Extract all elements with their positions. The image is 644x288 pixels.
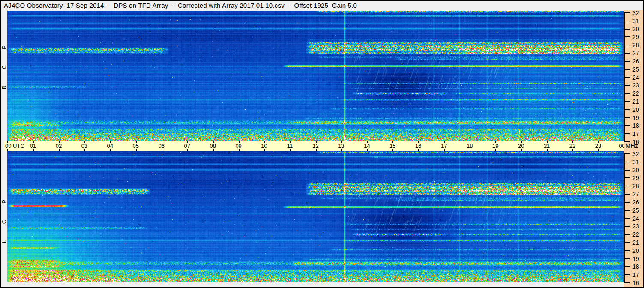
freq-label: 30 — [632, 26, 639, 33]
hour-label: 14 — [364, 143, 370, 149]
freq-tick — [624, 29, 630, 30]
freq-tick — [624, 153, 630, 154]
hour-label: 08 — [210, 143, 216, 149]
hour-label: 07 — [184, 143, 190, 149]
freq-label: 21 — [632, 98, 639, 105]
hour-label: 13 — [338, 143, 344, 149]
freq-label: 29 — [632, 33, 639, 40]
freq-label: 25 — [632, 66, 639, 73]
freq-tick — [624, 266, 630, 267]
hour-label: 18 — [467, 143, 473, 149]
hour-label: 04 — [107, 143, 113, 149]
freq-tick — [624, 109, 630, 110]
freq-tick — [624, 85, 630, 86]
freq-label: 28 — [632, 42, 639, 48]
freq-tick — [624, 250, 630, 251]
hour-label: 16 — [415, 143, 421, 149]
freq-tick — [624, 162, 630, 162]
freq-label: 18 — [632, 263, 639, 270]
hour-label: 10 — [261, 143, 267, 149]
freq-tick — [624, 242, 630, 243]
freq-label: 19 — [632, 255, 639, 262]
freq-tick — [624, 133, 630, 134]
freq-tick — [624, 210, 630, 211]
freq-label: 29 — [632, 174, 639, 181]
freq-label: 16 — [632, 279, 639, 286]
freq-tick — [624, 125, 630, 126]
freq-tick — [624, 45, 630, 45]
freq-tick — [624, 177, 630, 178]
freq-tick — [624, 101, 630, 102]
freq-label: 26 — [632, 199, 639, 206]
freq-tick — [624, 36, 630, 37]
freq-label: 21 — [632, 239, 639, 246]
freq-label: 17 — [632, 271, 639, 278]
freq-label: 17 — [632, 130, 639, 137]
freq-tick — [624, 226, 630, 227]
freq-tick — [624, 93, 630, 94]
hour-label: 06 — [159, 143, 165, 149]
freq-tick — [624, 274, 630, 275]
hour-label: 01 — [30, 143, 36, 149]
freq-tick — [624, 202, 630, 203]
freq-label: 31 — [632, 18, 639, 24]
freq-label: 27 — [632, 191, 639, 198]
freq-label: 26 — [632, 58, 639, 65]
hour-label: 23 — [595, 143, 601, 149]
freq-label: 19 — [632, 114, 639, 121]
freq-tick — [624, 21, 630, 21]
freq-tick — [624, 117, 630, 118]
hour-label: 09 — [235, 143, 241, 149]
spectrogram-lcp — [7, 151, 624, 282]
freq-label: 25 — [632, 207, 639, 214]
mhz-unit-label: MHz — [626, 142, 638, 149]
freq-tick — [624, 12, 630, 13]
freq-label: 22 — [632, 231, 639, 238]
freq-tick — [624, 218, 630, 219]
panel-label-letter: R — [1, 84, 7, 90]
freq-tick — [624, 186, 630, 186]
freq-label: 18 — [632, 122, 639, 129]
frequency-axis: 3231302928272625242322212019181716323130… — [624, 10, 643, 287]
hour-label: 11 — [287, 143, 293, 149]
freq-tick — [624, 77, 630, 78]
hour-label: 21 — [544, 143, 550, 149]
freq-label: 23 — [632, 223, 639, 230]
hour-label: 05 — [133, 143, 139, 149]
freq-label: 23 — [632, 82, 639, 89]
freq-label: 31 — [632, 159, 639, 165]
hour-label: 03 — [81, 143, 87, 149]
freq-label: 28 — [632, 183, 639, 189]
freq-label: 32 — [632, 9, 639, 16]
panel-label-letter: P — [1, 199, 7, 205]
spectrogram-rcp — [7, 11, 624, 141]
panel-label-letter: C — [1, 64, 7, 70]
hour-label: 20 — [518, 143, 524, 149]
hour-label: 12 — [312, 143, 318, 149]
freq-tick — [624, 61, 630, 62]
hour-label: 22 — [569, 143, 575, 149]
freq-label: 24 — [632, 74, 639, 81]
freq-label: 27 — [632, 50, 639, 57]
hour-label: 15 — [389, 143, 395, 149]
hour-label: 02 — [56, 143, 62, 149]
freq-label: 22 — [632, 90, 639, 97]
freq-tick — [624, 258, 630, 259]
freq-tick — [624, 69, 630, 70]
panel-label-letter: C — [1, 219, 7, 225]
freq-tick — [624, 53, 630, 54]
freq-label: 20 — [632, 106, 639, 113]
hour-label: 17 — [441, 143, 447, 149]
app-window: AJ4CO Observatory 17 Sep 2014 - DPS on T… — [0, 0, 644, 288]
freq-label: 32 — [632, 150, 639, 157]
freq-label: 30 — [632, 167, 639, 174]
panel-label-letter: P — [1, 45, 7, 51]
freq-tick — [624, 170, 630, 171]
freq-label: 24 — [632, 215, 639, 222]
freq-tick — [624, 234, 630, 235]
hour-label: 00 UTC — [5, 143, 24, 149]
freq-label: 20 — [632, 247, 639, 254]
freq-tick — [624, 282, 630, 283]
time-axis: 00 UTC0102030405060708091011121314151617… — [4, 141, 624, 151]
hour-label: 19 — [492, 143, 498, 149]
